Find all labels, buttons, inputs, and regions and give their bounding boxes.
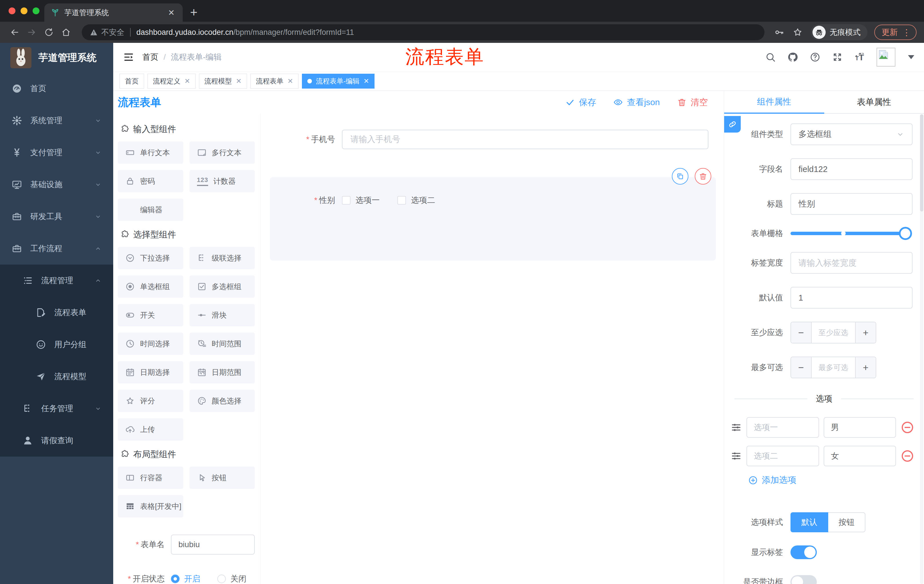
tab-component-props[interactable]: 组件属性 <box>724 91 824 114</box>
component-chip-time[interactable]: 时间选择 <box>118 332 183 355</box>
breadcrumb-home[interactable]: 首页 <box>142 52 158 63</box>
component-type-select[interactable]: 多选框组 <box>790 123 912 145</box>
sidebar-item-devtools[interactable]: 研发工具 <box>0 201 113 233</box>
tag-process-definition[interactable]: 流程定义 ✕ <box>147 74 196 89</box>
stepper-decrease-button[interactable]: − <box>791 357 812 378</box>
default-value-input[interactable] <box>790 287 912 309</box>
sidebar-item-process-model[interactable]: 流程模型 <box>0 360 113 393</box>
clear-button[interactable]: 清空 <box>677 97 708 108</box>
window-controls[interactable] <box>8 7 40 14</box>
search-icon[interactable] <box>765 52 776 63</box>
drag-handle-icon[interactable] <box>731 450 742 462</box>
address-bar[interactable]: 不安全 dashboard.yudao.iocoder.cn /bpm/mana… <box>82 24 764 40</box>
canvas-field-gender-selected[interactable]: *性别 选项一 选项二 <box>270 177 716 261</box>
new-tab-button[interactable]: + <box>190 5 198 20</box>
status-radio-off[interactable]: 关闭 <box>217 573 246 584</box>
sidebar-item-infra[interactable]: 基础设施 <box>0 169 113 201</box>
option2-value-input[interactable]: 女 <box>823 446 896 466</box>
save-button[interactable]: 保存 <box>565 97 596 108</box>
sidebar-item-process-manage[interactable]: 流程管理 <box>0 265 113 296</box>
help-icon[interactable] <box>810 52 820 63</box>
option2-name-input[interactable]: 选项二 <box>746 446 819 466</box>
home-button[interactable] <box>59 25 73 39</box>
scrollbar-thumb[interactable] <box>920 114 924 211</box>
password-key-icon[interactable] <box>774 27 784 38</box>
avatar[interactable] <box>876 48 895 67</box>
fullscreen-icon[interactable] <box>832 52 843 63</box>
style-default-button[interactable]: 默认 <box>790 512 828 532</box>
option1-name-input[interactable]: 选项一 <box>746 417 819 438</box>
sidebar-item-home[interactable]: 首页 <box>0 72 113 105</box>
tag-process-model[interactable]: 流程模型 ✕ <box>199 74 247 89</box>
tag-close-icon[interactable]: ✕ <box>363 77 369 85</box>
delete-component-button[interactable] <box>695 168 711 184</box>
minimize-window-button[interactable] <box>21 7 28 14</box>
duplicate-component-button[interactable] <box>672 168 688 184</box>
browser-menu-icon[interactable]: ⋮ <box>902 28 911 38</box>
tag-close-icon[interactable]: ✕ <box>287 77 293 85</box>
component-chip-date[interactable]: 日期选择 <box>118 361 183 383</box>
font-size-icon[interactable]: TT <box>854 52 865 63</box>
component-chip-multi-text[interactable]: 多行文本 <box>190 141 255 164</box>
sidebar-item-system[interactable]: 系统管理 <box>0 105 113 137</box>
component-chip-password[interactable]: 密码 <box>118 170 183 192</box>
border-switch[interactable] <box>790 575 817 584</box>
component-chip-counter[interactable]: 123计数器 <box>190 170 255 192</box>
component-chip-switch[interactable]: 开关 <box>118 304 183 326</box>
component-chip-time-range[interactable]: 时间范围 <box>190 332 255 355</box>
remove-option-icon[interactable] <box>901 449 914 463</box>
component-chip-radio-group[interactable]: 单选框组 <box>118 275 183 298</box>
tag-home[interactable]: 首页 <box>119 74 144 89</box>
component-chip-button[interactable]: 按钮 <box>190 467 255 489</box>
github-icon[interactable] <box>787 52 798 63</box>
stepper-decrease-button[interactable]: − <box>791 322 812 343</box>
stepper-increase-button[interactable]: + <box>855 357 876 378</box>
stepper-increase-button[interactable]: + <box>855 322 876 343</box>
field-name-input[interactable] <box>790 158 912 180</box>
tag-close-icon[interactable]: ✕ <box>236 77 242 85</box>
style-button-button[interactable]: 按钮 <box>828 512 865 532</box>
avatar-caret-icon[interactable] <box>908 55 914 59</box>
component-chip-slider[interactable]: 滑块 <box>190 304 255 326</box>
tag-close-icon[interactable]: ✕ <box>185 77 190 85</box>
component-chip-color[interactable]: 颜色选择 <box>190 390 255 412</box>
status-radio-on[interactable]: 开启 <box>171 573 200 584</box>
component-chip-table[interactable]: 表格[开发中] <box>118 495 183 517</box>
gender-checkbox-option2[interactable]: 选项二 <box>398 195 435 206</box>
scrollbar-track[interactable] <box>920 114 924 584</box>
sidebar-item-task-manage[interactable]: 任务管理 <box>0 393 113 424</box>
maximize-window-button[interactable] <box>33 7 40 14</box>
link-tag-button[interactable] <box>724 116 741 133</box>
component-chip-checkbox-group[interactable]: 多选框组 <box>190 275 255 298</box>
back-button[interactable] <box>7 25 22 39</box>
component-chip-rate[interactable]: 评分 <box>118 390 183 412</box>
tag-process-form[interactable]: 流程表单 ✕ <box>251 74 299 89</box>
browser-tab[interactable]: 芋道管理系统 ✕ <box>44 3 183 22</box>
show-label-switch[interactable] <box>790 545 817 559</box>
label-width-input[interactable] <box>790 252 912 274</box>
tab-close-icon[interactable]: ✕ <box>167 8 177 17</box>
sidebar-item-leave-query[interactable]: 请假查询 <box>0 424 113 457</box>
gender-checkbox-option1[interactable]: 选项一 <box>342 195 380 206</box>
component-chip-row[interactable]: 行容器 <box>118 467 183 489</box>
sidebar-item-process-form[interactable]: 流程表单 <box>0 296 113 329</box>
option1-value-input[interactable]: 男 <box>823 417 896 438</box>
component-chip-editor[interactable]: 编辑器 <box>118 199 183 221</box>
sidebar-toggle-icon[interactable] <box>123 51 134 63</box>
view-json-button[interactable]: 查看json <box>613 97 660 108</box>
bookmark-star-icon[interactable] <box>792 27 803 38</box>
component-chip-date-range[interactable]: 日期范围 <box>190 361 255 383</box>
sidebar-item-user-group[interactable]: 用户分组 <box>0 329 113 360</box>
min-select-placeholder[interactable]: 至少应选 <box>812 322 855 343</box>
add-option-button[interactable]: 添加选项 <box>748 474 924 486</box>
form-grid-slider[interactable] <box>790 232 906 235</box>
form-name-input[interactable] <box>171 535 255 554</box>
tab-form-props[interactable]: 表单属性 <box>824 91 924 113</box>
close-window-button[interactable] <box>8 7 15 14</box>
component-chip-cascader[interactable]: 级联选择 <box>190 247 255 269</box>
max-select-placeholder[interactable]: 最多可选 <box>812 357 855 378</box>
component-chip-single-text[interactable]: 单行文本 <box>118 141 183 164</box>
update-button[interactable]: 更新 ⋮ <box>874 25 917 40</box>
title-input[interactable] <box>790 193 912 215</box>
forward-button[interactable] <box>25 25 39 39</box>
